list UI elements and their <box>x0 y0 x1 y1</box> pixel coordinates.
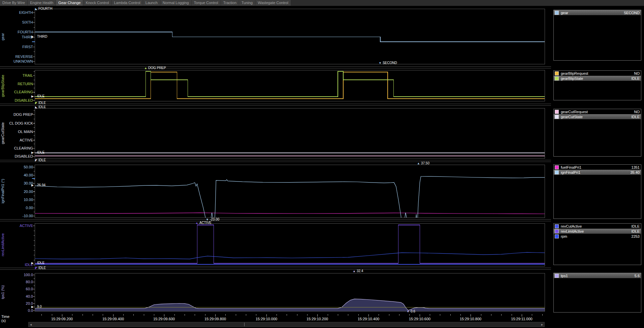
legend-row-gearBlipRequest[interactable]: gearBlipRequestNO <box>554 71 641 76</box>
time-tick <box>450 314 451 316</box>
legend-row-ignFinalPri1[interactable]: ignFinalPri135.40 <box>554 170 641 175</box>
time-tick <box>358 314 359 316</box>
tab-torque-control[interactable]: Torque Control <box>192 0 221 6</box>
tick-label-tps1: 80.0 <box>5 280 33 284</box>
legend-row-fuelFinalPri1[interactable]: fuelFinalPri11351 <box>554 165 641 170</box>
axis-title-revLimitActive: revLimitActive <box>0 224 5 266</box>
time-tick-label: 15:29:10.400 <box>358 317 379 321</box>
series-value: NO <box>634 71 640 75</box>
time-tick <box>225 314 226 316</box>
max-marker-gear: ◣FOURTH <box>35 7 52 10</box>
tab-knock-control[interactable]: Knock Control <box>83 0 111 6</box>
legend-row-rpm[interactable]: rpm2253 <box>554 234 641 239</box>
legend-row-tps1[interactable]: tps15.6 <box>554 273 641 278</box>
plot-area-tps1[interactable] <box>35 273 545 311</box>
time-tick <box>93 314 93 316</box>
plot-area-gear[interactable] <box>35 9 545 64</box>
tick-label-gearBlipState: DISABLED <box>5 98 33 102</box>
time-tick <box>41 314 42 316</box>
tick-label-tps1: 0.0 <box>5 308 33 313</box>
time-tick <box>389 314 389 316</box>
tick-label-ignFinalPri1: 10.00 <box>5 198 33 202</box>
cursor-value-tps1: 9.0 <box>37 305 42 308</box>
series-name: gearBlipRequest <box>561 71 634 75</box>
min-marker-gear: ▼SECOND <box>379 61 397 65</box>
time-tick <box>277 314 277 316</box>
time-tick-label: 15:29:09.200 <box>51 317 73 321</box>
series-value: NO <box>634 110 640 114</box>
tick-label-tps1: 100.0 <box>5 273 33 277</box>
tick-label-tps1: 60.0 <box>5 287 33 291</box>
tick-label-ignFinalPri1: 30.00 <box>5 181 33 185</box>
series-swatch-icon <box>555 170 559 174</box>
tick-label-gearBlipState: TRAIL <box>5 73 33 77</box>
time-tick <box>133 314 134 316</box>
time-tick-label: 15:29:10.200 <box>307 317 328 321</box>
tab-wastegate-control[interactable]: Wastegate Control <box>255 0 291 6</box>
series-swatch-icon <box>555 274 559 278</box>
scrollbar-thumb-edge[interactable] <box>244 323 245 326</box>
time-tick <box>154 314 154 316</box>
series-swatch-icon <box>555 165 559 169</box>
tick-label-ignFinalPri1: 50.00 <box>5 165 33 169</box>
tick-label-revLimitActive: ACTIVE <box>5 224 33 228</box>
time-tick <box>368 314 369 317</box>
legend-row-gearCutRequest[interactable]: gearCutRequestNO <box>554 109 641 114</box>
tab-traction[interactable]: Traction <box>221 0 239 6</box>
legend-row-gearBlipState[interactable]: gearBlipStateIDLE <box>554 76 641 81</box>
time-tick-label: 15:29:11.000 <box>511 317 532 321</box>
time-tick <box>205 314 205 316</box>
legend-box-4: revCutActiveIDLErevLimitActiveIDLErpm225… <box>553 223 641 265</box>
time-tick <box>72 314 72 316</box>
legend-row-gearCutState[interactable]: gearCutStateIDLE <box>554 114 641 119</box>
tab-normal-logging[interactable]: Normal Logging <box>160 0 191 6</box>
plot-area-gearCutState[interactable] <box>35 108 545 158</box>
horizontal-scrollbar[interactable]: ◄ ► <box>28 322 545 327</box>
cursor-line-tps1 <box>36 307 545 307</box>
legend-row-revLimitActive[interactable]: revLimitActiveIDLE <box>554 229 641 234</box>
scroll-left-icon[interactable]: ◄ <box>29 323 32 327</box>
time-tick <box>246 314 246 316</box>
time-tick <box>379 314 379 316</box>
legend-row-gear[interactable]: gearSECOND <box>554 10 641 15</box>
tick-label-gearCutState: ACTIVE <box>5 138 33 142</box>
scroll-right-icon[interactable]: ► <box>541 323 544 327</box>
tick-label-gearCutState: DISABLED <box>5 154 33 158</box>
series-value: 1351 <box>632 165 640 169</box>
tab-drive-by-wire[interactable]: Drive By Wire <box>0 0 27 6</box>
time-tick <box>317 314 318 317</box>
time-axis-label: Time (s) <box>1 315 9 323</box>
tab-gear-change[interactable]: Gear Change <box>56 0 83 6</box>
cursor-arrow-gearBlipState: ▶ <box>31 95 34 98</box>
cursor-arrow-gearCutState: ▶ <box>31 151 34 154</box>
time-tick <box>522 314 522 317</box>
time-tick <box>83 314 83 316</box>
min-marker-gearCutState: ◤IDLE <box>35 159 46 162</box>
series-value: 35.40 <box>630 170 640 174</box>
series-name: gearBlipState <box>561 76 632 80</box>
legend-row-revCutActive[interactable]: revCutActiveIDLE <box>554 224 641 229</box>
panel-separator <box>0 160 551 162</box>
time-tick <box>512 314 512 316</box>
cursor-value-gearBlipState: IDLE <box>37 94 44 98</box>
tab-engine-health[interactable]: Engine Health <box>28 0 56 6</box>
cursor-arrow-revLimitActive: ▶ <box>31 261 34 265</box>
series-name: gearCutRequest <box>561 110 634 114</box>
time-tick <box>215 314 216 317</box>
series-swatch-icon <box>555 76 559 80</box>
plot-area-revLimitActive[interactable] <box>35 224 545 266</box>
tab-tuning[interactable]: Tuning <box>239 0 255 6</box>
series-swatch-icon <box>555 11 559 15</box>
plot-area-ignFinalPri1[interactable] <box>35 165 545 218</box>
plot-area-gearBlipState[interactable] <box>35 70 545 101</box>
time-tick <box>460 314 461 316</box>
cursor-arrow-gear: ▶ <box>31 35 34 38</box>
max-marker-ignFinalPri1: ▲37.50 <box>417 162 429 165</box>
panel-separator <box>0 66 551 68</box>
tab-launch[interactable]: Launch <box>143 0 160 6</box>
tick-label-ignFinalPri1: 0.00 <box>5 206 33 210</box>
legend-box-1: gearBlipRequestNOgearBlipStateIDLE <box>553 70 641 100</box>
tab-lambda-control[interactable]: Lambda Control <box>111 0 142 6</box>
tick-label-gear: SIXTH <box>5 20 33 24</box>
time-tick <box>287 314 287 316</box>
